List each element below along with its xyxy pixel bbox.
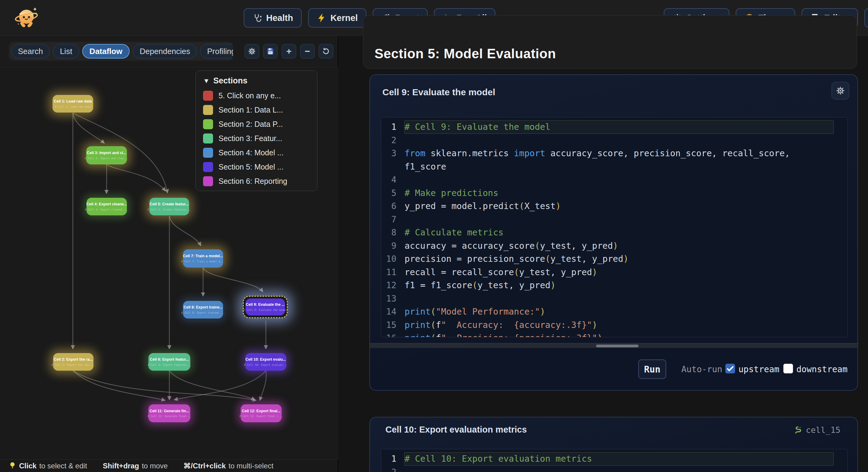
settings-button[interactable] (245, 44, 259, 59)
planet-logo-icon (13, 4, 40, 32)
node-subtitle: # Cell 11: Generate final... (148, 415, 191, 418)
line-number: 11 (381, 267, 404, 277)
legend-color-swatch (203, 162, 213, 172)
node-subtitle: # Cell 4: Export cleaned ... (85, 209, 128, 211)
selected-node-outline[interactable]: Cell 9: Evaluate the ...# Cell 9: Evalua… (243, 296, 288, 318)
legend-item[interactable]: 5. Click on any e... (203, 89, 310, 103)
node-subtitle: # Cell 9: Evaluate the model (243, 309, 287, 312)
legend-item[interactable]: Section 2: Data P... (203, 117, 310, 131)
node-subtitle: # Cell 12: Export final r... (240, 415, 283, 418)
zoom-out-button[interactable]: − (300, 44, 315, 59)
code-line: 10precision = precision_score(y_test, y_… (381, 252, 847, 266)
graph-node-cell4[interactable]: Cell 4: Export cleane...# Cell 4: Export… (87, 198, 127, 215)
code-line: 12f1 = f1_score(y_test, y_pred) (381, 279, 847, 292)
graph-statusbar: Click to select & editShift+drag to move… (0, 459, 338, 472)
line-number: 4 (381, 175, 404, 185)
reset-view-button[interactable] (319, 44, 333, 59)
tab-list[interactable]: List (53, 44, 79, 59)
code-line: 1# Cell 9: Evaluate the model (381, 120, 847, 134)
sections-legend-header[interactable]: ▼ Sections (203, 76, 310, 86)
node-subtitle: # Cell 10: Export evaluat... (244, 364, 287, 367)
legend-item[interactable]: Section 3: Featur... (203, 131, 310, 146)
line-number: 2 (381, 135, 404, 145)
code-line: 6y_pred = model.predict(X_test) (381, 199, 847, 213)
cell9-code-editor[interactable]: 1# Cell 9: Evaluate the model23from skle… (381, 117, 848, 337)
code-line: 15print(f" Accuracy: {accuracy:.3f}") (381, 318, 847, 332)
graph-node-cell3[interactable]: Cell 3: Import and cl...# Cell 3: Import… (86, 146, 127, 164)
zoom-in-button[interactable]: + (282, 44, 296, 59)
tab-dataflow[interactable]: Dataflow (82, 44, 130, 59)
graph-node-cell1[interactable]: Cell 1: Load raw data# Cell 1: Load raw … (53, 95, 93, 113)
tab-search[interactable]: Search (11, 44, 50, 59)
sidebar-tabs: SearchListDataflowDependenciesProfiling (9, 42, 233, 61)
dataflow-sidebar: SearchListDataflowDependenciesProfiling … (0, 36, 338, 472)
section-title: Section 5: Model Evaluation (374, 46, 556, 61)
collapse-triangle-icon: ▼ (203, 77, 210, 85)
more-button[interactable]: ••• (864, 8, 868, 28)
node-title: Cell 8: Export traine... (184, 306, 223, 309)
code-line: 16print(f" Precision: {precision:.3f}") (381, 332, 847, 337)
button-label: Health (266, 13, 293, 23)
code-line: 2 (381, 466, 847, 472)
legend-color-swatch (203, 91, 213, 101)
lightbulb-icon (8, 462, 17, 470)
legend-item-label: Section 1: Data L... (219, 105, 283, 114)
code-line: 3from sklearn.metrics import accuracy_sc… (381, 147, 847, 160)
line-number: 3 (381, 148, 404, 158)
graph-node-cell5[interactable]: Cell 5: Create featur...# Cell 5: Create… (149, 198, 189, 215)
code-line: 11recall = recall_score(y_test, y_pred) (381, 266, 847, 279)
graph-node-cell8[interactable]: Cell 8: Export traine...# Cell 8: Export… (183, 301, 223, 318)
legend-item[interactable]: Section 4: Model ... (203, 146, 310, 160)
legend-item-label: Section 6: Reporting (219, 177, 287, 186)
graph-node-cell11[interactable]: Cell 11: Generate fin...# Cell 11: Gener… (148, 404, 190, 422)
graph-node-cell7[interactable]: Cell 7: Train a model...# Cell 7: Train … (183, 249, 223, 268)
graph-node-cell9[interactable]: Cell 9: Evaluate the ...# Cell 9: Evalua… (246, 298, 285, 315)
node-title: Cell 3: Import and cl... (87, 151, 126, 155)
node-title: Cell 6: Export featur... (150, 358, 189, 361)
legend-item[interactable]: Section 1: Data L... (203, 103, 310, 117)
line-number: 1 (381, 122, 404, 132)
autorun-label: Auto-run (681, 364, 722, 374)
cell10-id-badge: cell_15 (794, 425, 840, 435)
statusbar-hint: ⌘/Ctrl+click to multi-select (184, 462, 274, 470)
statusbar-hint: Shift+drag to move (103, 462, 168, 470)
node-title: Cell 1: Load raw data (54, 99, 92, 103)
node-subtitle: # Cell 6: Export features... (148, 364, 191, 367)
node-title: Cell 11: Generate fin... (150, 409, 189, 413)
graph-node-cell6[interactable]: Cell 6: Export featur...# Cell 6: Export… (148, 353, 190, 371)
graph-node-cell12[interactable]: Cell 12: Export final...# Cell 12: Expor… (241, 404, 282, 422)
tab-dependencies[interactable]: Dependencies (133, 44, 197, 59)
tab-profiling[interactable]: Profiling (200, 44, 233, 59)
stethoscope-icon (252, 13, 262, 23)
downstream-checkbox[interactable] (783, 364, 793, 373)
legend-item-label: Section 3: Featur... (219, 134, 282, 143)
legend-color-swatch (203, 133, 213, 144)
line-number: 15 (381, 320, 404, 330)
legend-item[interactable]: Section 5: Model ... (203, 160, 310, 174)
node-subtitle: # Cell 7: Train a model w... (181, 260, 225, 263)
code-line: 2 (381, 134, 847, 147)
code-line: 9accuracy = accuracy_score(y_test, y_pre… (381, 239, 847, 253)
dataflow-graph-canvas[interactable]: Cell 1: Load raw data# Cell 1: Load raw … (0, 68, 338, 459)
line-number: 9 (381, 241, 404, 251)
code-line: 14print("Model Performance:") (381, 305, 847, 318)
graph-node-cell2[interactable]: Cell 2: Export the ra...# Cell 2: Export… (53, 353, 93, 371)
cell9-settings-button[interactable] (832, 82, 849, 99)
line-number: 13 (381, 294, 404, 304)
kernel-button[interactable]: Kernel (308, 8, 366, 28)
cell10-id-text: cell_15 (806, 425, 840, 435)
health-button[interactable]: Health (244, 8, 302, 28)
run-button[interactable]: Run (638, 359, 666, 379)
node-subtitle: # Cell 3: Import and clea... (85, 157, 128, 160)
legend-item-label: Section 2: Data P... (219, 120, 283, 129)
cell-card-10: Cell 10: Export evaluation metrics cell_… (369, 417, 858, 472)
gear-icon (248, 47, 256, 56)
node-title: Cell 2: Export the ra... (54, 358, 93, 361)
node-subtitle: # Cell 5: Create features... (148, 209, 191, 211)
scrollbar-thumb[interactable] (596, 345, 639, 347)
save-button[interactable] (263, 44, 278, 59)
legend-item[interactable]: Section 6: Reporting (203, 174, 310, 188)
cell10-code-editor[interactable]: 1# Cell 10: Export evaluation metrics2 (381, 449, 848, 472)
graph-node-cell10[interactable]: Cell 10: Export evalu...# Cell 10: Expor… (245, 353, 286, 371)
upstream-checkbox[interactable] (725, 364, 735, 373)
